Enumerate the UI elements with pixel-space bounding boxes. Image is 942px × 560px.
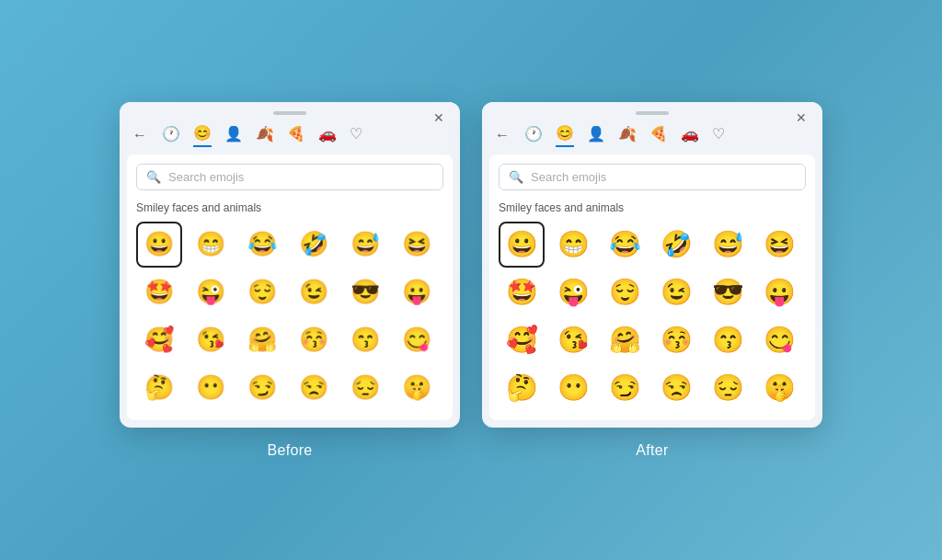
emoji-cell[interactable]: 😅 (342, 222, 388, 268)
emoji-cell[interactable]: 🤩 (499, 269, 545, 315)
after-nav-nature[interactable]: 🍂 (618, 125, 637, 146)
emoji-cell[interactable]: 🤗 (602, 317, 648, 363)
after-emoji-panel: ✕ ← 🕐 😊 👤 🍂 🍕 🚗 ♡ 🔍 Search emojis (482, 102, 822, 428)
before-close-button[interactable]: ✕ (431, 109, 447, 126)
emoji-cell[interactable]: 🤣 (653, 222, 699, 268)
before-nav: ← 🕐 😊 👤 🍂 🍕 🚗 ♡ (120, 120, 460, 154)
before-panel-wrapper: ✕ ← 🕐 😊 👤 🍂 🍕 🚗 ♡ 🔍 Search emojis (120, 102, 460, 459)
before-back-button[interactable]: ← (132, 127, 147, 143)
before-nav-icons: 🕐 😊 👤 🍂 🍕 🚗 ♡ (162, 124, 362, 147)
emoji-cell[interactable]: 😉 (653, 269, 699, 315)
emoji-cell[interactable]: 😂 (602, 222, 648, 268)
after-nav-icons: 🕐 😊 👤 🍂 🍕 🚗 ♡ (524, 124, 725, 147)
emoji-cell[interactable]: 😁 (188, 222, 234, 268)
after-panel-body: 🔍 Search emojis Smiley faces and animals… (489, 154, 815, 420)
emoji-cell[interactable]: 😂 (239, 222, 285, 268)
emoji-cell[interactable]: 🤗 (239, 317, 285, 363)
before-search-bar[interactable]: 🔍 Search emojis (136, 164, 443, 190)
before-nav-pizza[interactable]: 🍕 (287, 125, 305, 146)
before-nav-car[interactable]: 🚗 (318, 125, 337, 146)
emoji-cell[interactable]: 😁 (550, 222, 596, 268)
emoji-cell[interactable]: 😚 (291, 317, 337, 363)
emoji-cell[interactable]: 😶 (188, 365, 234, 411)
comparison-container: ✕ ← 🕐 😊 👤 🍂 🍕 🚗 ♡ 🔍 Search emojis (120, 102, 822, 459)
emoji-cell[interactable]: 😔 (342, 365, 388, 411)
before-nav-smiley[interactable]: 😊 (193, 124, 212, 147)
before-label: Before (268, 442, 313, 459)
after-nav-car[interactable]: 🚗 (681, 125, 699, 146)
after-label: After (636, 442, 668, 459)
emoji-cell[interactable]: 😌 (602, 269, 648, 315)
emoji-cell[interactable]: 😒 (653, 365, 699, 411)
after-nav-heart[interactable]: ♡ (712, 125, 725, 146)
titlebar-drag (273, 111, 306, 115)
emoji-cell[interactable]: 😒 (291, 365, 337, 411)
before-panel-body: 🔍 Search emojis Smiley faces and animals… (127, 154, 453, 420)
emoji-cell[interactable]: 😀 (136, 222, 182, 268)
after-search-bar[interactable]: 🔍 Search emojis (499, 164, 806, 190)
emoji-cell[interactable]: 😆 (394, 222, 440, 268)
after-nav: ← 🕐 😊 👤 🍂 🍕 🚗 ♡ (482, 120, 822, 154)
emoji-cell[interactable]: 😜 (550, 269, 596, 315)
emoji-cell[interactable]: 🥰 (499, 317, 545, 363)
emoji-cell[interactable]: 😶 (550, 365, 596, 411)
after-nav-clock[interactable]: 🕐 (524, 125, 543, 146)
before-search-icon: 🔍 (146, 170, 161, 184)
emoji-cell[interactable]: 😋 (394, 317, 440, 363)
before-emoji-panel: ✕ ← 🕐 😊 👤 🍂 🍕 🚗 ♡ 🔍 Search emojis (120, 102, 460, 428)
emoji-cell[interactable]: 😚 (653, 317, 699, 363)
emoji-cell[interactable]: 😌 (239, 269, 285, 315)
after-back-button[interactable]: ← (495, 127, 510, 143)
emoji-cell[interactable]: 🤩 (136, 269, 182, 315)
emoji-cell[interactable]: 😋 (756, 317, 802, 363)
emoji-cell[interactable]: 😎 (342, 269, 388, 315)
after-nav-pizza[interactable]: 🍕 (649, 125, 668, 146)
before-search-placeholder: Search emojis (168, 170, 244, 184)
emoji-cell[interactable]: 😅 (705, 222, 751, 268)
emoji-cell[interactable]: 😏 (602, 365, 648, 411)
after-emoji-grid: 😀 😁 😂 🤣 😅 😆 🤩 😜 😌 😉 😎 😛 🥰 😘 🤗 😚 (499, 222, 806, 411)
emoji-cell[interactable]: 😔 (705, 365, 751, 411)
emoji-cell[interactable]: 😉 (291, 269, 337, 315)
emoji-cell[interactable]: 🤣 (291, 222, 337, 268)
emoji-cell[interactable]: 😎 (705, 269, 751, 315)
emoji-cell[interactable]: 😜 (188, 269, 234, 315)
emoji-cell[interactable]: 😀 (499, 222, 545, 268)
after-titlebar: ✕ (482, 102, 822, 120)
after-search-icon: 🔍 (509, 170, 523, 184)
before-nav-clock[interactable]: 🕐 (162, 125, 180, 146)
after-panel-wrapper: ✕ ← 🕐 😊 👤 🍂 🍕 🚗 ♡ 🔍 Search emojis (482, 102, 822, 459)
emoji-cell[interactable]: 😛 (394, 269, 440, 315)
emoji-cell[interactable]: 🤔 (499, 365, 545, 411)
emoji-cell[interactable]: 🥰 (136, 317, 182, 363)
emoji-cell[interactable]: 😆 (756, 222, 802, 268)
before-emoji-grid: 😀 😁 😂 🤣 😅 😆 🤩 😜 😌 😉 😎 😛 🥰 😘 🤗 😚 (136, 222, 443, 411)
after-titlebar-drag (636, 111, 669, 115)
before-nav-people[interactable]: 👤 (224, 125, 243, 146)
after-nav-smiley[interactable]: 😊 (556, 124, 574, 147)
emoji-cell[interactable]: 😙 (342, 317, 388, 363)
after-nav-people[interactable]: 👤 (587, 125, 605, 146)
emoji-cell[interactable]: 🤫 (394, 365, 440, 411)
after-section-title: Smiley faces and animals (499, 201, 806, 214)
emoji-cell[interactable]: 😛 (756, 269, 802, 315)
after-close-button[interactable]: ✕ (793, 109, 810, 126)
before-section-title: Smiley faces and animals (136, 201, 443, 214)
emoji-cell[interactable]: 🤫 (756, 365, 802, 411)
before-titlebar: ✕ (120, 102, 460, 120)
after-search-placeholder: Search emojis (531, 170, 606, 184)
emoji-cell[interactable]: 😙 (705, 317, 751, 363)
before-nav-heart[interactable]: ♡ (350, 125, 362, 146)
before-nav-nature[interactable]: 🍂 (256, 125, 274, 146)
emoji-cell[interactable]: 😘 (550, 317, 596, 363)
emoji-cell[interactable]: 🤔 (136, 365, 182, 411)
emoji-cell[interactable]: 😏 (239, 365, 285, 411)
emoji-cell[interactable]: 😘 (188, 317, 234, 363)
